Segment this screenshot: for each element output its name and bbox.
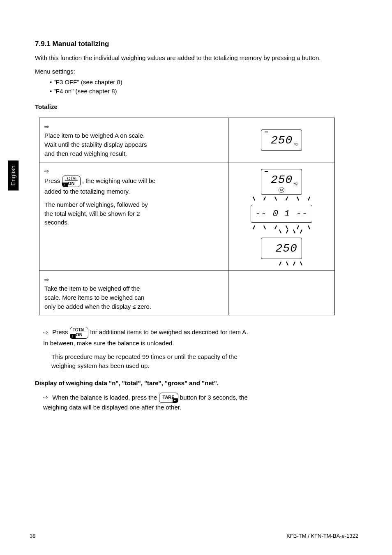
table-row: ⇨ Press TOTAL ON ↑ , the weighing value …	[39, 162, 335, 271]
total-on-key-icon: TOTAL ON ↑	[62, 176, 81, 187]
post-step: ⇨ When the balance is loaded, press the …	[43, 393, 364, 412]
lcd-count: -- 0 1 --	[255, 209, 308, 219]
section-title: Manual totalizing	[53, 40, 109, 48]
lcd-display: 250kg M	[261, 169, 302, 195]
arrow-icon: ⇨	[44, 167, 52, 175]
steps-table: ⇨ Place item to be weighed A on scale. W…	[39, 118, 335, 315]
language-tab: English	[8, 160, 18, 190]
lcd-unit: kg	[293, 181, 297, 185]
section-number: 7.9.1	[35, 40, 51, 48]
post-step: ⇨ Press TOTAL ON ↑ for additional items …	[43, 327, 364, 347]
lcd-display: 250kg	[261, 130, 302, 151]
lcd-flash: -- 0 1 --	[248, 197, 315, 230]
total-on-key-icon: TOTAL ON ↑	[70, 327, 88, 338]
page-footer: 38 KFB-TM / KFN-TM-BA-e-1322	[30, 532, 358, 540]
tare-key-icon: TARE ↵	[159, 393, 178, 403]
page-number: 38	[30, 532, 35, 540]
m-badge: M	[279, 187, 284, 193]
step-text: Take the item to be weighed off the scal…	[44, 284, 217, 311]
intro-text: With this function the individual weighi…	[35, 53, 364, 62]
settings-label: Menu settings:	[35, 68, 75, 75]
totalize-heading: Totalize	[35, 103, 58, 110]
step-text: Place item to be weighed A on scale. Wai…	[44, 131, 217, 158]
step-text: Press TOTAL ON ↑ , the weighing value wi…	[44, 176, 217, 227]
display-data-heading: Display of weighing data "n", "total", "…	[35, 379, 219, 386]
table-row: ⇨ Take the item to be weighed off the sc…	[39, 271, 335, 315]
lcd-value: 250	[271, 134, 293, 147]
settings-item: • "F3 OFF" (see chapter 8)	[50, 78, 364, 87]
settings-item: • "F4 on" (see chapter 8)	[50, 87, 364, 96]
table-row: ⇨ Place item to be weighed A on scale. W…	[39, 118, 335, 162]
lcd-value: 250	[271, 173, 293, 186]
lcd-flash: 250	[258, 230, 304, 267]
arrow-icon: ⇨	[43, 328, 51, 336]
lcd-value: 250	[276, 242, 297, 255]
arrow-icon: ⇨	[43, 393, 51, 401]
repeat-note: This procedure may be repeated 99 times …	[51, 352, 364, 370]
section-heading: 7.9.1 Manual totalizing	[35, 39, 364, 49]
lcd-unit: kg	[293, 142, 297, 146]
arrow-icon: ⇨	[44, 275, 52, 284]
arrow-icon: ⇨	[44, 123, 52, 131]
page-content: 7.9.1 Manual totalizing With this functi…	[35, 39, 364, 417]
doc-id: KFB-TM / KFN-TM-BA-e-1322	[286, 532, 358, 540]
